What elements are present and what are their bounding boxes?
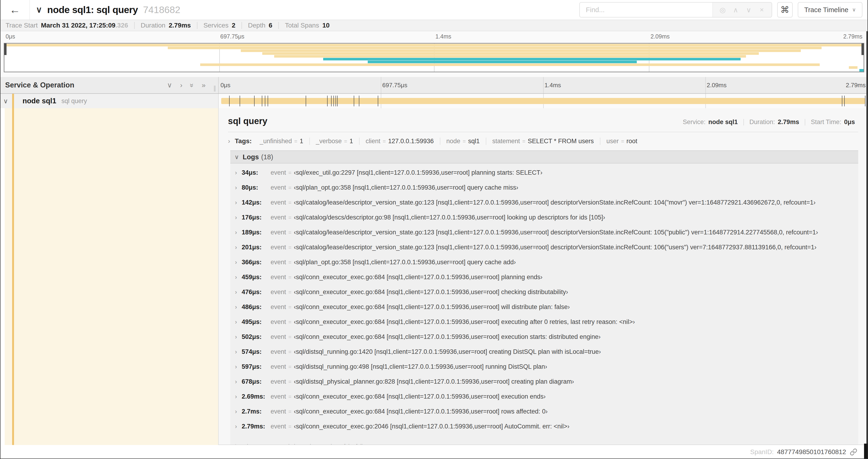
log-field-value: ‹sql/conn_executor_exec.go:684 [nsql1,cl… [294,393,546,400]
timeline-gridline [543,77,544,93]
logs-list: ›34μs:event=‹sql/exec_util.go:2297 [nsql… [230,163,858,445]
minimap-span [262,52,759,55]
log-marker [865,96,865,106]
collapse-all-icon[interactable]: » [189,84,195,87]
log-row[interactable]: ›459μs:event=‹sql/conn_executor_exec.go:… [230,273,858,289]
log-row[interactable]: ›34μs:event=‹sql/exec_util.go:2297 [nsql… [230,169,858,184]
minimap-span [241,50,801,52]
column-resize-grip[interactable]: ∥ [213,85,217,92]
keyboard-shortcuts-button[interactable]: ⌘ [777,2,793,18]
trace-meta-item: Services2 [204,22,236,29]
log-row[interactable]: ›142μs:event=‹sql/catalog/lease/descript… [230,199,858,214]
equals-sign: = [288,319,291,325]
deep-link-icon[interactable] [850,448,857,456]
view-selector-button[interactable]: Trace Timeline ∨ [798,2,862,18]
span-duration-bar[interactable] [221,98,865,104]
divider [278,22,279,29]
log-row[interactable]: ›2.69ms:event=‹sql/conn_executor_exec.go… [230,393,858,408]
back-button[interactable]: ← [0,0,30,20]
timeline-gridline [381,77,381,93]
time-tick-label: 1.4ms [435,33,451,40]
minimap-tick-labels: 0μs697.75μs1.4ms2.09ms2.79ms [4,33,864,41]
find-clear-icon[interactable]: × [755,6,768,14]
log-timestamp: 459μs: [242,273,270,281]
log-field-key: event [271,229,286,236]
span-row-timeline-cell[interactable] [219,94,868,108]
span-row-name-cell[interactable]: ∨ node sql1 sql query [0,94,219,108]
log-field-key: event [271,423,286,430]
chevron-right-icon: › [235,169,237,176]
log-row[interactable]: ›486μs:event=‹sql/conn_executor_exec.go:… [230,303,858,318]
time-tick-label: 2.09ms [707,81,726,89]
minimap-right-drag-handle[interactable] [862,43,864,55]
log-row[interactable]: ›2.79ms:event=‹sql/conn_executor_exec.go… [230,423,858,438]
trace-meta-bar: Trace StartMarch 31 2022, 17:25:09.326Du… [0,20,868,31]
log-timestamp: 597μs: [242,363,270,370]
log-timestamp: 176μs: [242,214,270,221]
log-timestamp: 502μs: [242,333,270,340]
locate-icon[interactable]: ◎ [716,6,729,14]
log-row[interactable]: ›502μs:event=‹sql/conn_executor_exec.go:… [230,333,858,348]
find-input[interactable] [580,3,712,17]
log-row[interactable]: ›189μs:event=‹sql/catalog/lease/descript… [230,229,858,244]
chevron-right-icon: › [235,259,237,266]
tags-row[interactable]: › Tags: _unfinished=1_verbose=1client=12… [228,132,858,148]
logs-header[interactable]: ∨ Logs (18) [230,151,858,163]
start-time-label: Start Time: [811,119,841,126]
window-scrollbar-track[interactable] [866,31,868,459]
log-timestamp: 2.7ms: [242,408,270,415]
equals-sign: = [621,138,624,144]
expand-all-icon[interactable]: » [202,81,205,89]
chevron-right-icon: › [235,229,237,236]
log-timestamp: 34μs: [242,169,270,176]
tag-key: _unfinished [260,138,292,145]
minimap-canvas[interactable] [4,43,864,72]
log-row[interactable]: ›678μs:event=‹sql/distsql_physical_plann… [230,378,858,393]
log-row[interactable]: ›176μs:event=‹sql/catalog/descs/descript… [230,214,858,229]
collapse-one-icon[interactable]: ∨ [167,81,172,89]
span-collapse-chevron-icon[interactable]: ∨ [3,97,8,105]
find-prev-icon[interactable]: ∧ [729,6,742,14]
log-timestamp: 476μs: [242,289,270,296]
minimap-left-drag-handle[interactable] [4,43,6,55]
trace-title-wrap: ∨ node sql1: sql query 7418682 [36,4,180,15]
log-field-value: ‹sql/conn_executor_exec.go:684 [nsql1,cl… [294,303,570,311]
equals-sign: = [288,364,291,370]
service-label: Service: [683,119,706,126]
log-row[interactable]: ›201μs:event=‹sql/catalog/lease/descript… [230,244,858,259]
log-row[interactable]: ›495μs:event=‹sql/conn_executor_exec.go:… [230,318,858,333]
expand-one-icon[interactable]: › [180,81,183,89]
log-row[interactable]: ›2.7ms:event=‹sql/conn_executor_exec.go:… [230,408,858,423]
log-row[interactable]: ›597μs:event=‹sql/distsql_running.go:498… [230,363,858,378]
equals-sign: = [288,215,291,221]
equals-sign: = [288,379,291,385]
tags-list: _unfinished=1_verbose=1client=127.0.0.1:… [254,138,643,145]
tag-key: node [446,138,460,145]
log-marker [331,96,332,106]
title-collapse-chevron-icon[interactable]: ∨ [36,5,42,15]
chevron-right-icon: › [235,318,237,326]
command-icon: ⌘ [780,5,789,15]
log-marker [327,96,328,106]
log-field-key: event [271,169,286,176]
trace-meta-value: March 31 2022, 17:25:09 [41,22,115,29]
log-marker [254,96,254,106]
minimap-span [368,61,637,63]
tag-item: user=root [600,138,644,145]
log-row[interactable]: ›476μs:event=‹sql/conn_executor_exec.go:… [230,289,858,303]
log-marker [336,96,336,106]
log-row[interactable]: ›366μs:event=‹sql/plan_opt.go:358 [nsql1… [230,259,858,273]
logs-count: (18) [261,153,273,161]
trace-meta-item: Duration2.79ms [141,22,191,29]
log-field-value: ‹sql/catalog/lease/descriptor_version_st… [294,244,816,251]
timeline-gridline [705,77,706,93]
timeline-header: 0μs697.75μs1.4ms2.09ms2.79ms [219,77,868,93]
find-next-icon[interactable]: ∨ [742,6,755,14]
log-row[interactable]: ›574μs:event=‹sql/distsql_running.go:142… [230,348,858,363]
equals-sign: = [288,259,291,266]
log-field-key: event [271,318,286,326]
log-row[interactable]: ›80μs:event=‹sql/plan_opt.go:358 [nsql1,… [230,184,858,199]
log-field-key: event [271,214,286,221]
log-marker [354,96,354,106]
equals-sign: = [288,230,291,236]
